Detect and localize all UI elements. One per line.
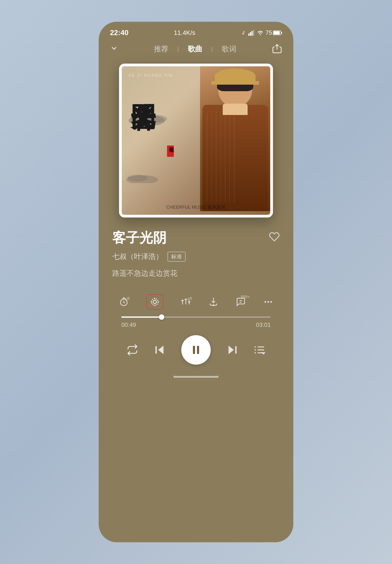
album-art-container: KE ZI GUANG YIN KE ZI GUANG YIN KE ZI GU… (99, 59, 293, 224)
comments-badge: 999+ (241, 295, 250, 299)
sound-effect-button[interactable] (146, 294, 163, 310)
download-icon (209, 297, 218, 307)
svg-marker-27 (158, 346, 163, 354)
svg-point-11 (127, 175, 148, 181)
song-title: 客子光阴 (112, 229, 167, 247)
equalizer-off-label: off (187, 296, 192, 301)
repeat-button[interactable] (126, 344, 138, 356)
mini-controls: off off (110, 294, 282, 310)
svg-point-9 (140, 115, 167, 123)
next-icon (226, 344, 238, 356)
album-red-stamp (167, 146, 174, 157)
progress-times: 00:49 03:01 (121, 321, 271, 328)
tab-song[interactable]: 歌曲 (188, 44, 202, 54)
battery-level: 75 (266, 29, 282, 36)
pause-icon (190, 344, 202, 356)
more-icon (263, 297, 273, 307)
svg-rect-30 (197, 346, 199, 354)
status-bar: 22:40 11.4K/s 75 (99, 22, 293, 39)
hat-brim (211, 81, 259, 85)
svg-point-24 (265, 301, 266, 303)
bluetooth-icon (241, 30, 246, 36)
tab-lyrics[interactable]: 歌词 (222, 44, 236, 54)
status-icons: 75 (241, 29, 282, 36)
phone-container: 22:40 11.4K/s 75 (99, 22, 293, 542)
cloud-decoration-2 (126, 172, 167, 183)
share-button[interactable] (272, 44, 282, 55)
previous-button[interactable] (154, 344, 166, 356)
status-time: 22:40 (110, 28, 128, 37)
cheerful-label: CHEERFUL MUSIC 青风音乐 (166, 204, 226, 210)
svg-point-13 (153, 300, 157, 304)
progress-thumb[interactable] (159, 314, 164, 320)
lyrics-preview[interactable]: 路遥不急边走边赏花 (112, 268, 280, 278)
battery-icon (273, 30, 282, 35)
home-indicator (173, 376, 219, 378)
album-text-top-left: KE ZI GUANG YIN (128, 73, 173, 78)
svg-point-25 (267, 301, 269, 303)
sound-effect-icon (150, 297, 160, 307)
svg-rect-0 (248, 33, 249, 36)
svg-rect-2 (252, 31, 252, 36)
svg-rect-29 (193, 346, 195, 354)
person-collar (223, 104, 248, 115)
svg-rect-1 (250, 32, 251, 36)
download-button[interactable] (209, 297, 218, 307)
album-art: KE ZI GUANG YIN KE ZI GUANG YIN KE ZI GU… (119, 64, 273, 218)
svg-marker-31 (228, 346, 234, 354)
signal-icon (248, 30, 255, 36)
svg-point-14 (151, 299, 158, 305)
playlist-icon (254, 344, 266, 356)
wifi-icon (257, 30, 264, 36)
previous-icon (154, 344, 166, 356)
comments-button[interactable]: 999+ (236, 297, 246, 307)
progress-section: 00:49 03:01 (110, 316, 282, 328)
playlist-button[interactable] (254, 344, 266, 356)
quality-badge[interactable]: 标准 (168, 252, 186, 262)
svg-rect-3 (253, 30, 254, 36)
repeat-icon (126, 344, 138, 356)
play-pause-button[interactable] (181, 335, 211, 365)
status-network: 11.4K/s (174, 29, 195, 36)
timer-button[interactable]: off (119, 297, 129, 307)
person-figure (200, 66, 270, 211)
song-info: 客子光阴 七叔（叶泽浩） 标准 路遥不急边走边赏花 (99, 224, 293, 294)
next-button[interactable] (226, 344, 238, 356)
svg-rect-5 (281, 32, 282, 34)
total-time: 03:01 (256, 321, 271, 328)
tab-recommend[interactable]: 推荐 (154, 44, 168, 54)
cloud-decoration (128, 111, 178, 125)
nav-tabs: 推荐 | 歌曲 | 歌词 (154, 44, 236, 54)
playback-controls (110, 333, 282, 371)
favorite-button[interactable] (269, 231, 280, 245)
person-body (202, 105, 268, 211)
progress-fill (121, 316, 162, 318)
controls-section: off off (99, 294, 293, 371)
timer-off-label: off (125, 296, 130, 301)
svg-rect-6 (273, 31, 280, 34)
nav-bar: 推荐 | 歌曲 | 歌词 (99, 39, 293, 59)
back-button[interactable] (110, 44, 118, 54)
current-time: 00:49 (121, 321, 136, 328)
svg-point-26 (270, 301, 272, 303)
artist-name[interactable]: 七叔（叶泽浩） (112, 252, 163, 262)
equalizer-button[interactable]: off (181, 297, 191, 307)
progress-bar[interactable] (121, 316, 271, 318)
more-button[interactable] (263, 297, 273, 307)
svg-point-21 (213, 305, 214, 306)
